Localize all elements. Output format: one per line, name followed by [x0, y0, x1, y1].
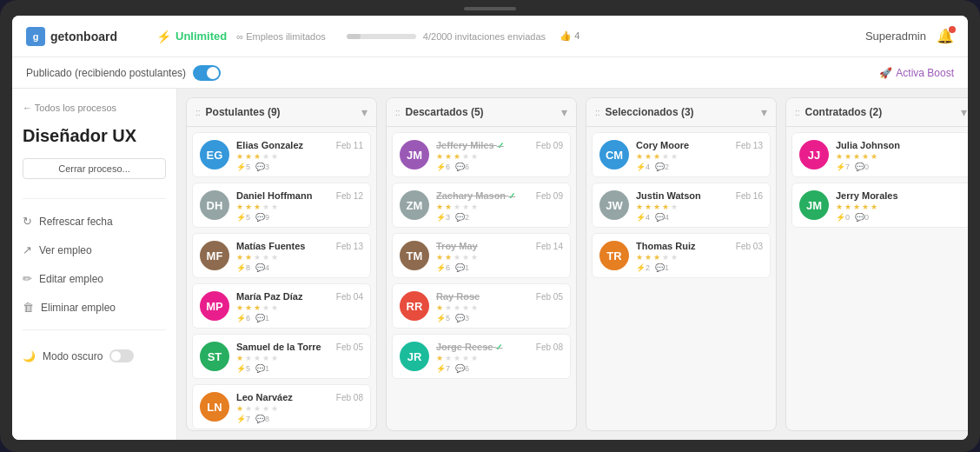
candidate-card[interactable]: JJ Julia Johnson ★★★★★ ⚡7 💬0	[791, 132, 968, 177]
cand-top: EG Elias Gonzalez Feb 11 ★★★★★ ⚡5 💬3	[200, 140, 363, 171]
star: ★	[471, 253, 478, 262]
cand-date: Feb 09	[536, 191, 563, 201]
star: ★	[436, 303, 443, 312]
candidate-card[interactable]: JR Jorge Reese ✓ Feb 08 ★★★★★ ⚡7 💬6	[392, 334, 571, 379]
cand-info: Julia Johnson ★★★★★ ⚡7 💬0	[836, 140, 963, 171]
cand-name: Matías Fuentes	[236, 241, 305, 251]
star: ★	[271, 354, 278, 362]
star: ★	[262, 404, 269, 413]
avatar: ZM	[400, 190, 429, 220]
star: ★	[653, 152, 660, 161]
count-item: 💬0	[855, 163, 869, 171]
cand-top: ST Samuel de la Torre Feb 05 ★★★★★ ⚡5 💬1	[200, 342, 363, 373]
col-menu-button[interactable]: ▾	[961, 105, 967, 119]
star: ★	[662, 203, 669, 211]
cand-name: Thomas Ruiz	[636, 241, 695, 251]
candidate-card[interactable]: JM Jeffery Miles ✓ Feb 09 ★★★★★ ⚡6 💬6	[392, 132, 571, 177]
star: ★	[254, 203, 261, 211]
cand-info: Ray Rose Feb 05 ★★★★★ ⚡5 💬3	[436, 291, 563, 322]
candidate-card[interactable]: LN Leo Narváez Feb 08 ★★★★★ ⚡7 💬8	[192, 384, 371, 429]
count-item: 💬6	[455, 163, 469, 171]
col-menu-button[interactable]: ▾	[561, 105, 567, 119]
view-job-action[interactable]: ↗ Ver empleo	[23, 240, 166, 260]
cand-stars: ★★★★★	[636, 203, 763, 211]
star: ★	[236, 152, 243, 161]
edit-job-action[interactable]: ✏ Editar empleo	[23, 269, 166, 289]
candidate-card[interactable]: TM Troy May Feb 14 ★★★★★ ⚡6 💬1	[392, 233, 571, 278]
published-toggle[interactable]	[193, 65, 221, 81]
cand-meta: ⚡6 💬6	[436, 163, 563, 171]
star: ★	[836, 152, 843, 161]
col-title: Contratados (2)	[805, 106, 956, 118]
candidate-card[interactable]: JM Jerry Morales ★★★★★ ⚡0 💬0	[791, 183, 968, 228]
subbar: Publicado (recibiendo postulantes) 🚀 Act…	[12, 57, 968, 89]
candidate-card[interactable]: RR Ray Rose Feb 05 ★★★★★ ⚡5 💬3	[392, 283, 571, 329]
delete-job-action[interactable]: 🗑 Eliminar empleo	[23, 297, 166, 317]
candidate-card[interactable]: MP María Paz Díaz Feb 04 ★★★★★ ⚡6 💬1	[192, 283, 371, 329]
candidate-card[interactable]: EG Elias Gonzalez Feb 11 ★★★★★ ⚡5 💬3	[192, 132, 371, 177]
cand-name: Jorge Reese ✓	[436, 342, 502, 352]
cand-meta: ⚡5 💬9	[236, 213, 363, 222]
cand-info: Zachary Mason ✓ Feb 09 ★★★★★ ⚡3 💬2	[436, 190, 563, 222]
star: ★	[436, 152, 443, 161]
star: ★	[245, 404, 252, 413]
cand-name-row: Leo Narváez Feb 08	[236, 392, 363, 402]
divider	[23, 198, 166, 199]
close-process-button[interactable]: Cerrar proceso...	[23, 158, 166, 179]
cand-info: Samuel de la Torre Feb 05 ★★★★★ ⚡5 💬1	[236, 342, 363, 373]
score-item: ⚡8	[236, 263, 250, 272]
cand-stars: ★★★★★	[836, 152, 963, 161]
count-item: 💬4	[655, 213, 669, 222]
candidate-card[interactable]: TR Thomas Ruiz Feb 03 ★★★★★ ⚡2 💬1	[592, 233, 771, 278]
avatar: JM	[799, 190, 829, 220]
cand-top: MP María Paz Díaz Feb 04 ★★★★★ ⚡6 💬1	[200, 291, 363, 322]
cand-meta: ⚡7 💬6	[436, 364, 563, 373]
col-menu-button[interactable]: ▾	[361, 105, 368, 119]
cand-name: Ray Rose	[436, 291, 480, 302]
dark-mode-toggle[interactable]	[109, 349, 134, 362]
candidate-card[interactable]: CM Cory Moore Feb 13 ★★★★★ ⚡4 💬2	[592, 132, 771, 177]
col-body-seleccionados: CM Cory Moore Feb 13 ★★★★★ ⚡4 💬2	[586, 127, 776, 430]
cand-name-row: Daniel Hoffmann Feb 12	[236, 190, 363, 201]
check-mark: ✓	[495, 342, 502, 352]
star: ★	[462, 203, 469, 211]
cand-stars: ★★★★★	[636, 152, 763, 161]
cand-name: Jeffery Miles ✓	[436, 140, 504, 150]
score-item: ⚡6	[436, 263, 450, 272]
cand-top: JW Justin Watson Feb 16 ★★★★★ ⚡4 💬4	[599, 190, 763, 222]
progress-bar-fill	[347, 34, 361, 39]
cand-stars: ★★★★★	[436, 354, 563, 362]
star: ★	[636, 203, 643, 211]
cand-top: DH Daniel Hoffmann Feb 12 ★★★★★ ⚡5 💬9	[200, 190, 363, 222]
cand-name: Elias Gonzalez	[236, 140, 303, 150]
cand-stars: ★★★★★	[236, 253, 363, 262]
star: ★	[662, 152, 669, 161]
candidate-card[interactable]: DH Daniel Hoffmann Feb 12 ★★★★★ ⚡5 💬9	[192, 183, 371, 228]
cand-info: Elias Gonzalez Feb 11 ★★★★★ ⚡5 💬3	[236, 140, 363, 171]
refresh-date-action[interactable]: ↻ Refrescar fecha	[23, 211, 166, 231]
cand-date: Feb 13	[336, 242, 363, 251]
candidate-card[interactable]: JW Justin Watson Feb 16 ★★★★★ ⚡4 💬4	[592, 183, 771, 228]
cand-meta: ⚡5 💬1	[236, 364, 363, 373]
avatar: JW	[599, 190, 629, 220]
candidate-card[interactable]: MF Matías Fuentes Feb 13 ★★★★★ ⚡8 💬4	[192, 233, 371, 278]
col-icon: ::	[795, 108, 800, 117]
candidate-card[interactable]: ZM Zachary Mason ✓ Feb 09 ★★★★★ ⚡3 💬2	[392, 183, 571, 228]
col-menu-button[interactable]: ▾	[761, 105, 767, 119]
cand-name-row: Jeffery Miles ✓ Feb 09	[436, 140, 563, 150]
candidate-card[interactable]: ST Samuel de la Torre Feb 05 ★★★★★ ⚡5 💬1	[192, 334, 371, 379]
cand-name: Jerry Morales	[836, 190, 898, 201]
boost-icon: 🚀	[879, 67, 892, 79]
notification-icon[interactable]: 🔔	[937, 28, 954, 44]
cand-meta: ⚡2 💬1	[636, 263, 763, 272]
boost-link[interactable]: 🚀 Activa Boost	[879, 67, 954, 79]
back-link[interactable]: ← Todos los procesos	[23, 103, 166, 113]
delete-label: Eliminar empleo	[41, 302, 116, 314]
refresh-label: Refrescar fecha	[39, 216, 113, 228]
star: ★	[445, 203, 452, 211]
star: ★	[245, 152, 252, 161]
star: ★	[262, 203, 269, 211]
cand-date: Feb 12	[336, 191, 363, 201]
count-item: 💬1	[655, 263, 669, 272]
avatar: DH	[200, 190, 229, 220]
